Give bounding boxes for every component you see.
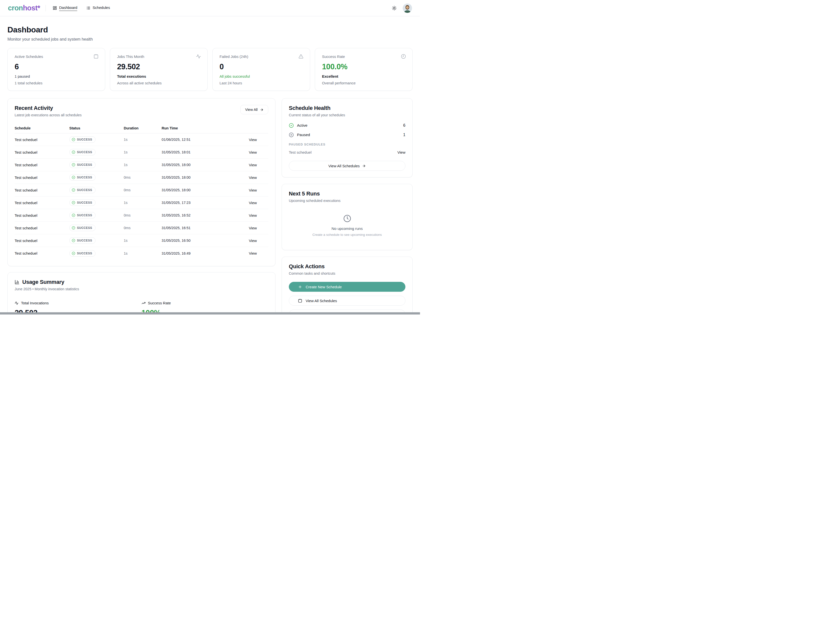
right-column: Schedule Health Current status of all yo… <box>282 98 412 314</box>
stat-line1: 1 paused <box>14 74 30 79</box>
page-content: Dashboard Monitor your scheduled jobs an… <box>0 25 420 314</box>
stat-line2: Last 24 hours <box>219 81 242 85</box>
nav-schedules-label: Schedules <box>93 5 110 11</box>
run-time-value: 01/06/2025, 12:51 <box>162 137 237 142</box>
cronhost-logo: cronhost* <box>8 4 40 12</box>
stat-line2: Across all active schedules <box>117 81 162 85</box>
quick-actions-subtitle: Common tasks and shortcuts <box>289 271 406 276</box>
view-link[interactable]: View <box>249 150 257 154</box>
stat-label: Active Schedules <box>14 54 98 58</box>
view-link[interactable]: View <box>249 213 257 218</box>
duration-value: 1s <box>124 238 162 243</box>
dashboard-grid-icon <box>53 6 57 10</box>
recent-activity-table: Schedule Status Duration Run Time Test s… <box>14 123 268 260</box>
active-label: Active <box>297 123 307 128</box>
create-new-schedule-button[interactable]: Create New Schedule <box>289 282 406 292</box>
calendar-icon <box>298 299 302 303</box>
status-badge-label: SUCCESS <box>77 188 92 192</box>
table-row: Test scheduel SUCCESS 0ms <box>14 222 268 234</box>
schedule-name: Test scheduel <box>14 213 69 218</box>
view-link[interactable]: View <box>249 226 257 230</box>
status-badge-label: SUCCESS <box>77 214 92 217</box>
paused-count: 1 <box>403 132 406 137</box>
column-header-schedule: Schedule <box>14 126 69 130</box>
view-all-schedules-button[interactable]: View All Schedules <box>289 296 406 306</box>
status-badge: SUCCESS <box>69 199 96 206</box>
status-badge-label: SUCCESS <box>77 239 92 242</box>
table-row: Test scheduel SUCCESS 1s <box>14 247 268 260</box>
status-badge: SUCCESS <box>69 187 96 193</box>
table-row: Test scheduel SUCCESS 0ms <box>14 184 268 197</box>
schedule-name: Test scheduel <box>14 188 69 192</box>
usage-summary-title: Usage Summary <box>22 279 64 285</box>
table-row: Test scheduel SUCCESS 1s <box>14 197 268 209</box>
status-badge-label: SUCCESS <box>77 163 92 167</box>
stat-line1: All jobs successful <box>219 74 250 79</box>
stat-card-success-rate: Success Rate 100.0% Excellent Overall pe… <box>315 48 412 91</box>
window-bottom-scrollbar[interactable] <box>0 312 420 314</box>
view-link[interactable]: View <box>249 188 257 192</box>
check-circle-icon <box>72 226 75 230</box>
header-divider <box>46 5 46 11</box>
duration-value: 1s <box>124 137 162 142</box>
status-badge: SUCCESS <box>69 237 96 244</box>
view-link[interactable]: View <box>249 175 257 180</box>
status-badge-label: SUCCESS <box>77 176 92 179</box>
user-avatar[interactable] <box>403 3 412 13</box>
schedule-name: Test scheduel <box>14 238 69 243</box>
check-circle-icon <box>72 188 75 192</box>
view-link[interactable]: View <box>249 163 257 167</box>
duration-value: 0ms <box>124 175 162 180</box>
duration-value: 0ms <box>124 188 162 192</box>
view-link[interactable]: View <box>249 201 257 205</box>
status-badge: SUCCESS <box>69 174 96 181</box>
paused-status-row: Paused 1 <box>289 132 406 137</box>
quick-actions-buttons: Create New Schedule View All Schedules V… <box>289 282 406 314</box>
run-time-value: 31/05/2025, 16:51 <box>162 226 237 230</box>
status-badge: SUCCESS <box>69 212 96 219</box>
table-row: Test scheduel SUCCESS 1s <box>14 234 268 247</box>
schedule-health-card: Schedule Health Current status of all yo… <box>282 98 412 177</box>
table-body: Test scheduel SUCCESS 1s <box>14 133 268 260</box>
recent-activity-header: Recent Activity Latest job executions ac… <box>14 105 268 117</box>
check-circle-icon <box>72 252 75 255</box>
table-header-row: Schedule Status Duration Run Time <box>14 123 268 133</box>
stat-label: Failed Jobs (24h) <box>219 54 303 58</box>
view-link[interactable]: View <box>398 150 406 154</box>
view-link[interactable]: View <box>249 137 257 142</box>
nav-item-dashboard[interactable]: Dashboard <box>53 5 77 11</box>
total-invocations-label: Total Invocations <box>21 301 49 305</box>
table-row: Test scheduel SUCCESS 1s <box>14 159 268 171</box>
logo-part-host: host* <box>23 4 40 12</box>
view-link[interactable]: View <box>249 238 257 243</box>
stat-line2: Overall performance <box>322 81 356 85</box>
nav-item-schedules[interactable]: Schedules <box>86 5 110 11</box>
view-all-schedules-button[interactable]: View All Schedules <box>289 161 406 171</box>
stat-cards-row: Active Schedules 6 1 paused 1 total sche… <box>8 48 412 91</box>
recent-activity-card: Recent Activity Latest job executions ac… <box>8 98 275 266</box>
check-circle-icon <box>72 201 75 204</box>
quick-actions-title: Quick Actions <box>289 263 406 270</box>
table-row: Test scheduel SUCCESS 0ms <box>14 209 268 222</box>
quick-actions-card: Quick Actions Common tasks and shortcuts… <box>282 257 412 314</box>
check-circle-icon <box>72 138 75 141</box>
clock-icon <box>343 214 351 222</box>
duration-value: 0ms <box>124 226 162 230</box>
trending-up-icon <box>142 301 145 305</box>
status-badge: SUCCESS <box>69 162 96 168</box>
header-actions <box>392 3 412 13</box>
stat-value: 29.502 <box>117 62 201 71</box>
stat-value: 6 <box>14 62 98 71</box>
run-time-value: 31/05/2025, 16:50 <box>162 238 237 243</box>
paused-label: Paused <box>297 132 310 137</box>
recent-activity-subtitle: Latest job executions across all schedul… <box>14 113 82 117</box>
view-link[interactable]: View <box>249 251 257 255</box>
schedule-name: Test scheduel <box>14 226 69 230</box>
success-rate-label: Success Rate <box>148 301 171 305</box>
status-badge-label: SUCCESS <box>77 150 92 154</box>
status-badge-label: SUCCESS <box>77 201 92 204</box>
check-circle-icon <box>72 239 75 242</box>
theme-toggle-sun-icon[interactable] <box>392 6 397 11</box>
view-all-button[interactable]: View All <box>240 105 268 114</box>
page-subtitle: Monitor your scheduled jobs and system h… <box>8 37 412 42</box>
